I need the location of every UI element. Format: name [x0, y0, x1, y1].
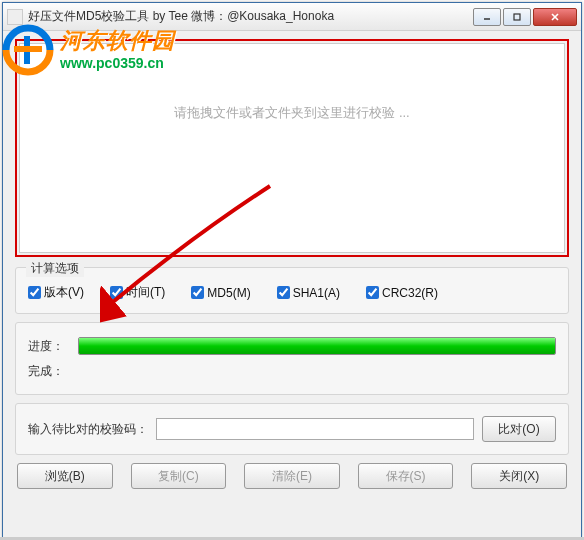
- titlebar: 好压文件MD5校验工具 by Tee 微博：@Kousaka_Honoka: [3, 3, 581, 31]
- progress-fill: [79, 338, 555, 354]
- checkbox-sha1-input[interactable]: [277, 286, 290, 299]
- checkbox-label: 时间(T): [126, 284, 165, 301]
- compare-label: 输入待比对的校验码：: [28, 421, 148, 438]
- checkbox-md5-input[interactable]: [191, 286, 204, 299]
- checkbox-label: CRC32(R): [382, 286, 438, 300]
- compare-row: 输入待比对的校验码： 比对(O): [28, 416, 556, 442]
- options-group-title: 计算选项: [26, 260, 84, 277]
- checkbox-crc32-input[interactable]: [366, 286, 379, 299]
- minimize-button[interactable]: [473, 8, 501, 26]
- svg-rect-1: [514, 14, 520, 20]
- file-drop-zone[interactable]: 请拖拽文件或者文件夹到这里进行校验 ...: [19, 43, 565, 253]
- checkbox-label: 版本(V): [44, 284, 84, 301]
- checkbox-version-input[interactable]: [28, 286, 41, 299]
- checkbox-time-input[interactable]: [110, 286, 123, 299]
- progress-label: 进度：: [28, 338, 68, 355]
- client-area: 请拖拽文件或者文件夹到这里进行校验 ... 计算选项 版本(V) 时间(T) M…: [3, 31, 581, 499]
- app-window: 好压文件MD5校验工具 by Tee 微博：@Kousaka_Honoka 请拖…: [2, 2, 582, 538]
- checkbox-md5[interactable]: MD5(M): [191, 284, 250, 301]
- app-icon: [7, 9, 23, 25]
- progress-row: 进度：: [28, 333, 556, 359]
- browse-button[interactable]: 浏览(B): [17, 463, 113, 489]
- minimize-icon: [482, 12, 492, 22]
- checkbox-sha1[interactable]: SHA1(A): [277, 284, 340, 301]
- clear-button[interactable]: 清除(E): [244, 463, 340, 489]
- progress-bar: [78, 337, 556, 355]
- maximize-icon: [512, 12, 522, 22]
- checkbox-label: SHA1(A): [293, 286, 340, 300]
- window-title: 好压文件MD5校验工具 by Tee 微博：@Kousaka_Honoka: [28, 8, 473, 25]
- options-row: 版本(V) 时间(T) MD5(M) SHA1(A) CRC32(R): [28, 284, 556, 301]
- save-button[interactable]: 保存(S): [358, 463, 454, 489]
- dropzone-highlight: 请拖拽文件或者文件夹到这里进行校验 ...: [15, 39, 569, 257]
- done-label: 完成：: [28, 363, 68, 380]
- done-row: 完成：: [28, 359, 556, 384]
- compare-group: 输入待比对的校验码： 比对(O): [15, 403, 569, 455]
- close-icon: [549, 12, 561, 22]
- compare-input[interactable]: [156, 418, 474, 440]
- copy-button[interactable]: 复制(C): [131, 463, 227, 489]
- checkbox-version[interactable]: 版本(V): [28, 284, 84, 301]
- maximize-button[interactable]: [503, 8, 531, 26]
- dropzone-placeholder: 请拖拽文件或者文件夹到这里进行校验 ...: [174, 104, 409, 122]
- close-app-button[interactable]: 关闭(X): [471, 463, 567, 489]
- window-controls: [473, 8, 577, 26]
- options-group: 计算选项 版本(V) 时间(T) MD5(M) SHA1(A): [15, 267, 569, 314]
- progress-group: 进度： 完成：: [15, 322, 569, 395]
- checkbox-time[interactable]: 时间(T): [110, 284, 165, 301]
- close-button[interactable]: [533, 8, 577, 26]
- compare-button[interactable]: 比对(O): [482, 416, 556, 442]
- checkbox-label: MD5(M): [207, 286, 250, 300]
- checkbox-crc32[interactable]: CRC32(R): [366, 284, 438, 301]
- button-row: 浏览(B) 复制(C) 清除(E) 保存(S) 关闭(X): [15, 463, 569, 489]
